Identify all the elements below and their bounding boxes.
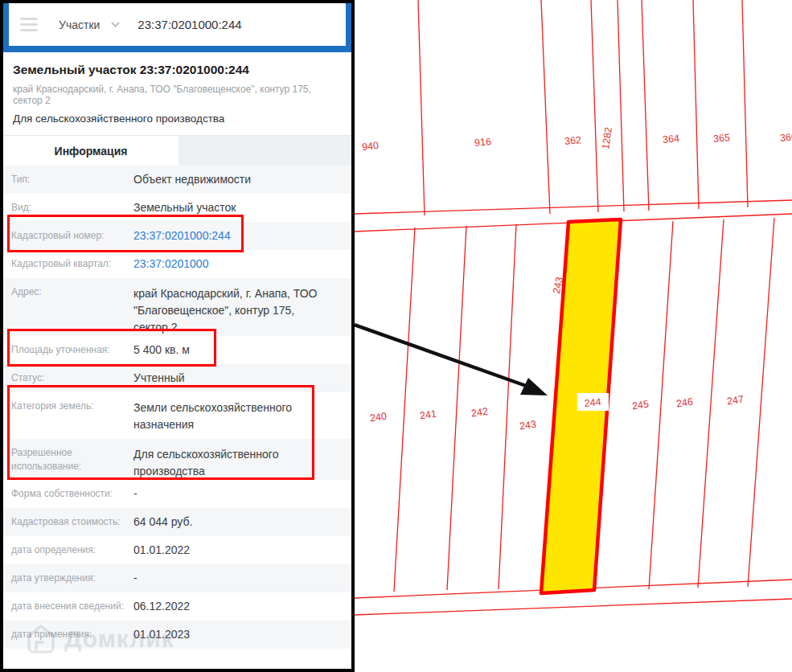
parcel-usage-line: Для сельскохозяйственного производства xyxy=(13,113,340,125)
table-row: дата определения: 01.01.2022 xyxy=(3,536,351,564)
search-input[interactable] xyxy=(136,17,328,32)
pointer-arrow xyxy=(355,325,548,395)
table-row: дата утверждения: - xyxy=(3,564,351,592)
table-row: дата применения: 01.01.2023 xyxy=(3,621,351,649)
svg-text:364: 364 xyxy=(662,133,679,145)
svg-text:245: 245 xyxy=(631,399,650,412)
svg-text:366: 366 xyxy=(779,131,792,144)
parcel-summary: Земельный участок 23:37:0201000:244 край… xyxy=(3,52,351,125)
table-row: Тип: Объект недвижимости xyxy=(3,166,351,194)
svg-text:240: 240 xyxy=(369,411,388,424)
table-row-cadastral-number: Кадастровый номер: 23:37:0201000:244 xyxy=(3,222,351,250)
svg-text:365: 365 xyxy=(712,132,730,145)
search-bar: Участки xyxy=(3,3,351,52)
table-row: Вид: Земельный участок xyxy=(3,194,351,222)
tab-bar: Информация xyxy=(3,135,351,166)
attributes-table: Тип: Объект недвижимости Вид: Земельный … xyxy=(3,166,351,649)
cadastral-quarter-link[interactable]: 23:37:0201000 xyxy=(133,257,208,270)
table-row-land-category: Категория земель: Земли сельскохозяйстве… xyxy=(3,392,351,439)
cadastral-map-app: Участки Земельный участок 23:37:0201000:… xyxy=(0,0,792,672)
tab-information[interactable]: Информация xyxy=(3,136,179,166)
page-title: Земельный участок 23:37:0201000:244 xyxy=(13,63,340,77)
cadastral-map[interactable]: 940 916 362 1282 364 365 366 243 240 241… xyxy=(355,0,792,672)
upper-parcel-labels: 940 916 362 1282 364 365 366 xyxy=(361,126,792,153)
svg-text:916: 916 xyxy=(474,136,491,149)
cadastral-number-link[interactable]: 23:37:0201000:244 xyxy=(133,229,231,242)
svg-text:242: 242 xyxy=(470,406,489,420)
svg-text:241: 241 xyxy=(419,408,437,422)
table-row: Форма собственности: - xyxy=(3,480,351,508)
svg-text:247: 247 xyxy=(726,394,745,408)
table-row-area: Площадь уточненная: 5 400 кв. м xyxy=(3,336,351,364)
svg-text:1282: 1282 xyxy=(600,126,614,150)
upper-parcel-boundaries xyxy=(418,0,748,215)
svg-text:362: 362 xyxy=(564,134,581,147)
table-row-cadastral-quarter: Кадастровый квартал: 23:37:0201000 xyxy=(3,250,351,278)
table-row: Адрес: край Краснодарский, г. Анапа, ТОО… xyxy=(3,278,351,336)
info-panel: Участки Земельный участок 23:37:0201000:… xyxy=(0,0,355,672)
parcel-244-label[interactable]: 244 xyxy=(584,396,601,409)
svg-text:940: 940 xyxy=(361,140,379,153)
layer-select-label: Участки xyxy=(59,18,100,31)
table-row-cadastral-value: Кадастровая стоимость: 64 044 руб. xyxy=(3,508,351,536)
layer-select[interactable]: Участки xyxy=(59,18,120,31)
chevron-down-icon xyxy=(111,22,120,27)
table-row: Статус: Учтенный xyxy=(3,364,351,392)
svg-text:243: 243 xyxy=(519,419,537,432)
table-row-permitted-use: Разрешенное использование: Для сельскохо… xyxy=(3,439,351,480)
svg-text:246: 246 xyxy=(675,396,694,410)
hamburger-menu-icon[interactable] xyxy=(20,18,38,31)
parcel-address-subtitle: край Краснодарский, г. Анапа, ТОО "Благо… xyxy=(13,84,340,106)
table-row: дата внесения сведений: 06.12.2022 xyxy=(3,592,351,621)
